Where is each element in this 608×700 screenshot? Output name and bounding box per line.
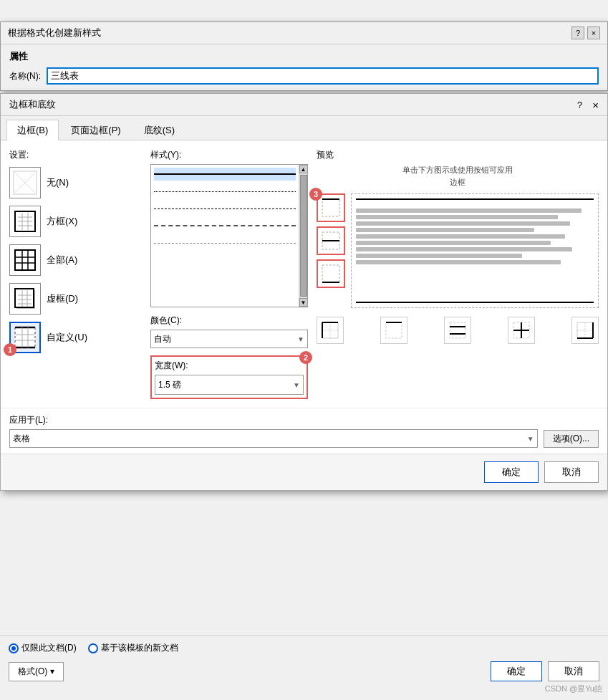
tab-border[interactable]: 边框(B): [6, 120, 59, 140]
apply-section: 应用于(L): 表格 ▼ 选项(O)...: [1, 408, 607, 454]
preview-btn-mid[interactable]: [317, 226, 345, 255]
radio-this-doc[interactable]: 仅限此文档(D): [9, 642, 77, 654]
scroll-thumb[interactable]: [300, 175, 307, 297]
format-button[interactable]: 格式(O) ▾: [9, 662, 64, 681]
preview-bottom-border: [356, 302, 594, 303]
radio-template-circle: [88, 643, 98, 653]
color-label: 颜色(C):: [150, 315, 308, 327]
preview-text-lines: [356, 208, 594, 264]
style-line-solid-preview: [154, 173, 296, 175]
radio-row: 仅限此文档(D) 基于该模板的新文档: [9, 642, 599, 654]
create-style-title-bar: 根据格式化创建新样式 ? ×: [1, 22, 607, 44]
style-line-dashed1[interactable]: [154, 202, 296, 215]
width-section: 宽度(W): 1.5 磅 ▼ 2: [150, 355, 308, 399]
create-style-help-button[interactable]: ?: [571, 27, 584, 39]
ok-button[interactable]: 确定: [484, 461, 539, 483]
properties-title: 属性: [9, 50, 599, 63]
radio-template[interactable]: 基于该模板的新文档: [88, 642, 178, 654]
preview-instruction: 单击下方图示或使用按钮可应用边框: [317, 164, 599, 188]
width-line: 1.5 磅: [158, 379, 193, 391]
setting-none[interactable]: 无(N): [9, 167, 142, 198]
svg-rect-21: [15, 327, 35, 347]
color-value: 自动: [154, 333, 171, 345]
setting-all[interactable]: 全部(A): [9, 244, 142, 276]
apply-select-row: 表格 ▼ 选项(O)...: [9, 429, 599, 448]
border-shading-title-bar: 边框和底纹 ? ×: [1, 94, 607, 116]
apply-label: 应用于(L):: [9, 414, 599, 426]
setting-custom[interactable]: 自定义(U) 1: [9, 322, 142, 353]
options-button[interactable]: 选项(O)...: [544, 430, 599, 448]
style-scroll[interactable]: ▲ ▼: [299, 165, 307, 307]
bottom-cancel-button[interactable]: 取消: [548, 661, 599, 681]
preview-btn-inner-border[interactable]: [508, 317, 535, 344]
mid-border-icon: [448, 321, 467, 340]
all-icon-svg: [12, 247, 38, 273]
style-line-dashed3[interactable]: [154, 236, 296, 249]
style-line-solid[interactable]: [154, 168, 296, 181]
color-arrow-icon: ▼: [297, 335, 304, 343]
setting-box[interactable]: 方框(X): [9, 206, 142, 237]
preview-line-4: [356, 228, 534, 232]
tab-page-border[interactable]: 页面边框(P): [60, 120, 131, 140]
box-icon-svg: [12, 208, 38, 234]
preview-table-area[interactable]: [351, 193, 599, 308]
border-shading-help-icon[interactable]: ?: [577, 100, 582, 110]
preview-line-1: [356, 208, 582, 213]
color-row: 颜色(C): 自动 ▼: [150, 315, 308, 348]
preview-btn-top-svg: [321, 198, 341, 218]
preview-btn-corner-br[interactable]: [571, 317, 599, 344]
preview-btn-top-border[interactable]: [380, 317, 407, 344]
svg-rect-30: [322, 199, 339, 216]
style-line-dashed3-preview: [154, 243, 296, 244]
preview-btn-bot[interactable]: [317, 259, 345, 288]
preview-btn-corner-tl[interactable]: [317, 317, 344, 344]
top-border-icon: [385, 321, 403, 340]
apply-select-value: 表格: [13, 433, 30, 445]
svg-rect-36: [322, 322, 338, 338]
setting-shadow[interactable]: 虚框(D): [9, 283, 142, 315]
style-line-dotted1[interactable]: [154, 185, 296, 198]
color-select[interactable]: 自动 ▼: [150, 330, 308, 348]
setting-shadow-icon: [9, 283, 41, 315]
apply-select[interactable]: 表格 ▼: [9, 429, 538, 448]
svg-rect-9: [15, 250, 35, 270]
preview-btn-mid-svg: [321, 231, 341, 251]
bottom-right-buttons: 确定 取消: [491, 661, 599, 681]
cancel-button[interactable]: 取消: [544, 461, 599, 483]
preview-area: 3: [317, 193, 599, 308]
preview-buttons-left: 3: [317, 193, 345, 308]
create-style-close-button[interactable]: ×: [587, 27, 600, 39]
bottom-btn-row: 格式(O) ▾ 确定 取消: [9, 661, 599, 681]
style-line-dashed2[interactable]: [154, 219, 296, 232]
badge-1: 1: [4, 343, 16, 356]
tab-shading[interactable]: 底纹(S): [133, 120, 185, 140]
svg-rect-43: [450, 322, 465, 338]
preview-btn-mid-border[interactable]: [444, 317, 471, 344]
properties-section: 属性 名称(N):: [1, 44, 607, 90]
setting-box-icon: [9, 206, 41, 237]
scroll-up-button[interactable]: ▲: [299, 165, 308, 173]
preview-line-3: [356, 221, 570, 226]
style-label: 样式(Y):: [150, 149, 308, 161]
create-style-title-icons: ? ×: [571, 27, 600, 39]
border-shading-close-icon[interactable]: ×: [592, 99, 599, 111]
name-label: 名称(N):: [9, 70, 41, 82]
style-line-dashdot-preview: [154, 260, 296, 261]
preview-buttons-bottom: [317, 317, 599, 344]
dialog-main-content: 设置: 无(N): [1, 140, 607, 408]
border-shading-dialog: 边框和底纹 ? × 边框(B) 页面边框(P) 底纹(S) 设置:: [0, 93, 608, 491]
radio-this-doc-label: 仅限此文档(D): [21, 642, 77, 654]
width-arrow-icon: ▼: [293, 381, 300, 389]
name-input[interactable]: [47, 67, 599, 85]
scroll-down-button[interactable]: ▼: [299, 298, 308, 307]
style-list-container: ▲ ▼: [150, 164, 308, 307]
width-select[interactable]: 1.5 磅 ▼: [155, 375, 304, 395]
custom-icon-svg: [12, 325, 38, 350]
style-line-dashdot[interactable]: [154, 254, 296, 267]
watermark: CSDN @昱Yu皑: [545, 684, 602, 694]
preview-label: 预览: [317, 149, 599, 161]
bottom-ok-button[interactable]: 确定: [491, 661, 542, 681]
create-style-title: 根据格式化创建新样式: [8, 27, 101, 39]
svg-rect-41: [386, 322, 402, 338]
setting-custom-label: 自定义(U): [47, 331, 87, 344]
